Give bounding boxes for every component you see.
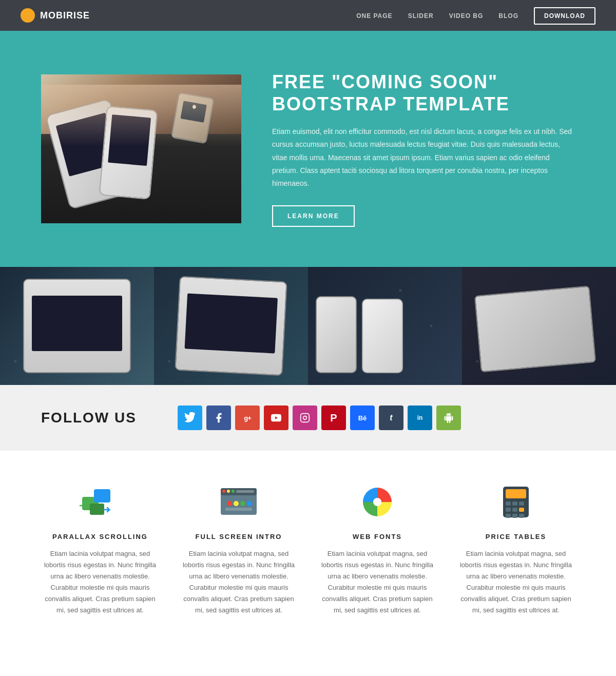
webfonts-icon bbox=[357, 481, 398, 523]
hero-heading: FREE "COMING SOON" BOOTSTRAP TEMPLATE bbox=[272, 71, 575, 115]
svg-rect-4 bbox=[94, 489, 110, 503]
svg-rect-24 bbox=[506, 508, 511, 512]
feature-parallax: PARALLAX SCROLLING Etiam lacinia volutpa… bbox=[41, 481, 159, 616]
svg-rect-27 bbox=[506, 514, 511, 518]
pricetables-icon bbox=[495, 481, 536, 523]
facebook-icon[interactable] bbox=[206, 405, 231, 430]
parallax-icon bbox=[80, 481, 121, 523]
photo-cell-2 bbox=[154, 267, 308, 385]
fullscreen-icon bbox=[218, 481, 259, 523]
svg-rect-28 bbox=[512, 514, 517, 518]
nav-blog[interactable]: BLOG bbox=[498, 12, 518, 20]
photo-cell-1 bbox=[0, 267, 154, 385]
nav-menu: ONE PAGE SLIDER VIDEO BG BLOG DOWNLOAD bbox=[356, 11, 595, 20]
svg-point-14 bbox=[240, 501, 245, 506]
hero-text-block: FREE "COMING SOON" BOOTSTRAP TEMPLATE Et… bbox=[272, 71, 575, 227]
download-button[interactable]: DOWNLOAD bbox=[534, 7, 595, 25]
features-section: PARALLAX SCROLLING Etiam lacinia volutpa… bbox=[0, 451, 616, 647]
svg-point-15 bbox=[247, 501, 252, 506]
svg-rect-5 bbox=[90, 504, 104, 515]
svg-point-12 bbox=[227, 501, 232, 506]
follow-title: FOLLOW US bbox=[41, 410, 137, 426]
phone-card-1 bbox=[23, 279, 131, 373]
behance-icon[interactable]: Bē bbox=[350, 405, 375, 430]
svg-rect-23 bbox=[519, 501, 524, 506]
hero-section: ⌚ FREE "COMING SOON" BOOTSTRAP TEMPLATE … bbox=[0, 31, 616, 267]
nav-video-bg[interactable]: VIDEO BG bbox=[449, 12, 484, 20]
brand-logo-icon bbox=[21, 8, 35, 23]
svg-point-18 bbox=[373, 498, 381, 506]
hero-image: ⌚ bbox=[41, 74, 241, 223]
youtube-icon[interactable] bbox=[264, 405, 288, 430]
svg-rect-9 bbox=[227, 490, 230, 493]
svg-rect-1 bbox=[301, 414, 310, 422]
parallax-title: PARALLAX SCROLLING bbox=[41, 533, 159, 540]
svg-rect-16 bbox=[225, 508, 252, 511]
feature-fullscreen: FULL SCREEN INTRO Etiam lacinia volutpat… bbox=[180, 481, 298, 616]
google-plus-icon[interactable]: g+ bbox=[235, 405, 260, 430]
pricetables-text: Etiam lacinia volutpat magna, sed lobort… bbox=[457, 548, 575, 616]
fullscreen-text: Etiam lacinia volutpat magna, sed lobort… bbox=[180, 548, 298, 616]
photo-grid bbox=[0, 267, 616, 385]
hero-image-placeholder: ⌚ bbox=[41, 74, 241, 223]
parallax-text: Etiam lacinia volutpat magna, sed lobort… bbox=[41, 548, 159, 616]
pricetables-title: PRICE TABLES bbox=[457, 533, 575, 540]
svg-rect-8 bbox=[222, 490, 225, 493]
feature-pricetables: PRICE TABLES Etiam lacinia volutpat magn… bbox=[457, 481, 575, 616]
svg-rect-11 bbox=[236, 490, 254, 493]
feature-webfonts: WEB FONTS Etiam lacinia volutpat magna, … bbox=[318, 481, 436, 616]
webfonts-text: Etiam lacinia volutpat magna, sed lobort… bbox=[318, 548, 436, 616]
follow-section: FOLLOW US g+ P Bē t in bbox=[0, 385, 616, 451]
svg-rect-25 bbox=[512, 508, 517, 512]
linkedin-icon[interactable]: in bbox=[408, 405, 432, 430]
brand-name: MOBIRISE bbox=[40, 10, 90, 21]
nav-slider[interactable]: SLIDER bbox=[408, 12, 434, 20]
svg-rect-26 bbox=[519, 508, 524, 512]
brand: MOBIRISE bbox=[21, 8, 90, 23]
nav-one-page[interactable]: ONE PAGE bbox=[356, 12, 392, 20]
phone-card-2 bbox=[175, 276, 287, 376]
svg-rect-29 bbox=[519, 514, 524, 518]
svg-point-13 bbox=[234, 501, 239, 506]
instagram-icon[interactable] bbox=[293, 405, 317, 430]
hero-body-text: Etiam euismod, elit non efficitur commod… bbox=[272, 125, 575, 190]
svg-rect-20 bbox=[506, 489, 526, 498]
photo-cell-4 bbox=[462, 267, 616, 385]
navbar: MOBIRISE ONE PAGE SLIDER VIDEO BG BLOG D… bbox=[0, 0, 616, 31]
svg-rect-21 bbox=[506, 501, 511, 506]
twitter-icon[interactable] bbox=[178, 405, 202, 430]
social-icons-container: g+ P Bē t in bbox=[178, 405, 461, 430]
svg-rect-22 bbox=[512, 501, 517, 506]
features-grid: PARALLAX SCROLLING Etiam lacinia volutpa… bbox=[41, 481, 575, 616]
webfonts-title: WEB FONTS bbox=[318, 533, 436, 540]
android-icon[interactable] bbox=[436, 405, 461, 430]
fullscreen-title: FULL SCREEN INTRO bbox=[180, 533, 298, 540]
pinterest-icon[interactable]: P bbox=[321, 405, 346, 430]
photo-cell-3 bbox=[308, 267, 462, 385]
tumblr-icon[interactable]: t bbox=[379, 405, 403, 430]
learn-more-button[interactable]: LEARN MORE bbox=[272, 205, 355, 227]
svg-rect-10 bbox=[232, 490, 235, 493]
